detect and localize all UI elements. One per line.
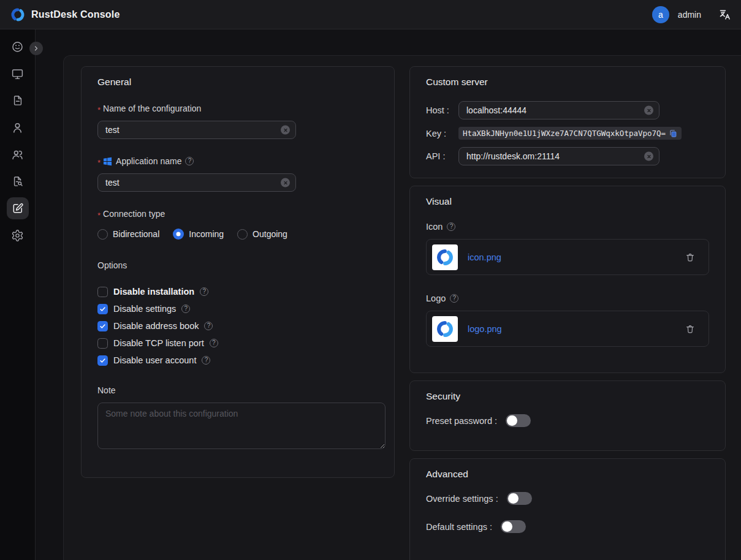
sidebar-item-custom-clients[interactable] bbox=[7, 197, 29, 219]
server-key-value: HtaXBkJNHyn0e1U1jWXze7A7CN7QTGWqxkOtpaVp… bbox=[458, 127, 682, 140]
config-name-label: * Name of the configuration bbox=[97, 104, 378, 113]
brand[interactable]: RustDesk Console bbox=[10, 7, 120, 23]
sidebar-item-devices[interactable] bbox=[7, 62, 29, 85]
help-icon[interactable]: ? bbox=[447, 222, 455, 231]
security-title: Security bbox=[426, 391, 709, 402]
radio-bidirectional[interactable]: Bidirectional bbox=[97, 229, 159, 240]
logo-thumbnail bbox=[432, 316, 458, 342]
file-text-icon bbox=[12, 94, 24, 107]
main-content-panel: General * Name of the configuration * bbox=[63, 55, 741, 560]
trash-icon[interactable] bbox=[685, 324, 695, 334]
radio-circle bbox=[237, 229, 248, 240]
help-icon[interactable]: ? bbox=[185, 157, 194, 165]
toggle-knob bbox=[502, 521, 512, 532]
default-settings-toggle[interactable] bbox=[501, 520, 526, 533]
help-icon[interactable]: ? bbox=[204, 322, 213, 330]
host-input[interactable] bbox=[458, 101, 659, 119]
option-disable-settings[interactable]: Disable settings ? bbox=[97, 302, 378, 316]
api-input[interactable] bbox=[458, 147, 659, 165]
override-settings-toggle[interactable] bbox=[507, 492, 532, 505]
sidebar-item-sessions[interactable] bbox=[7, 89, 29, 112]
user-icon bbox=[11, 121, 24, 134]
custom-server-card: Custom server Host : Key : HtaXBkJNHyn0e… bbox=[409, 66, 726, 178]
sidebar-item-groups[interactable] bbox=[7, 143, 29, 165]
radio-circle-selected bbox=[173, 229, 184, 240]
visual-title: Visual bbox=[426, 196, 709, 207]
rustdesk-console-app: RustDesk Console a admin bbox=[0, 0, 741, 560]
application-name-input[interactable] bbox=[97, 173, 296, 192]
connection-type-radio-group: Bidirectional Incoming Outgoing bbox=[97, 229, 378, 240]
clear-icon[interactable] bbox=[281, 178, 290, 187]
radio-incoming[interactable]: Incoming bbox=[173, 229, 224, 240]
sidebar-collapse-button[interactable] bbox=[29, 42, 43, 55]
override-settings-label: Override settings : bbox=[426, 494, 498, 504]
clear-icon[interactable] bbox=[644, 152, 653, 161]
checkbox-checked bbox=[97, 304, 108, 314]
copy-icon[interactable] bbox=[669, 129, 677, 138]
config-name-input[interactable] bbox=[97, 121, 296, 139]
smiley-icon bbox=[11, 40, 24, 53]
advanced-card: Advanced Override settings : Default set… bbox=[409, 458, 726, 560]
sidebar bbox=[0, 29, 36, 560]
file-search-icon bbox=[12, 175, 24, 187]
advanced-title: Advanced bbox=[426, 469, 709, 480]
sidebar-item-users[interactable] bbox=[7, 116, 29, 138]
sidebar-item-settings[interactable] bbox=[7, 224, 29, 246]
option-disable-tcp-listen-port[interactable]: Disable TCP listen port ? bbox=[97, 336, 378, 350]
options-label: Options bbox=[97, 260, 378, 270]
host-label: Host : bbox=[426, 105, 458, 115]
toggle-knob bbox=[508, 493, 519, 504]
note-textarea[interactable] bbox=[97, 403, 386, 449]
help-icon[interactable]: ? bbox=[181, 305, 190, 313]
language-icon[interactable] bbox=[718, 8, 731, 21]
avatar[interactable]: a bbox=[652, 6, 669, 23]
app-title: RustDesk Console bbox=[31, 9, 120, 20]
logo-label: Logo ? bbox=[426, 293, 709, 303]
checkbox-checked bbox=[97, 355, 108, 366]
clear-icon[interactable] bbox=[281, 126, 290, 135]
option-disable-address-book[interactable]: Disable address book ? bbox=[97, 319, 378, 333]
help-icon[interactable]: ? bbox=[210, 339, 218, 347]
visual-card: Visual Icon ? icon.png bbox=[409, 186, 726, 373]
preset-password-label: Preset password : bbox=[426, 416, 497, 426]
required-asterisk: * bbox=[97, 211, 101, 220]
option-disable-user-account[interactable]: Disable user account ? bbox=[97, 354, 378, 367]
default-settings-label: Default settings : bbox=[426, 522, 492, 532]
api-label: API : bbox=[426, 151, 458, 161]
username[interactable]: admin bbox=[678, 10, 701, 20]
icon-label: Icon ? bbox=[426, 222, 709, 232]
application-name-label: * Application name ? bbox=[97, 156, 378, 166]
checkbox-checked bbox=[97, 321, 108, 331]
help-icon[interactable]: ? bbox=[202, 356, 210, 365]
logo-file-link[interactable]: logo.png bbox=[468, 324, 502, 334]
checkbox-unchecked bbox=[97, 338, 108, 349]
icon-file-link[interactable]: icon.png bbox=[468, 252, 501, 262]
windows-icon bbox=[103, 157, 112, 166]
sidebar-item-welcome[interactable] bbox=[7, 36, 29, 58]
help-icon[interactable]: ? bbox=[200, 287, 208, 296]
trash-icon[interactable] bbox=[685, 252, 695, 262]
general-card: General * Name of the configuration * bbox=[81, 66, 395, 478]
key-label: Key : bbox=[426, 129, 458, 138]
users-icon bbox=[11, 148, 24, 161]
required-asterisk: * bbox=[97, 158, 101, 167]
security-card: Security Preset password : bbox=[409, 380, 726, 451]
note-label: Note bbox=[97, 385, 378, 395]
preset-password-toggle[interactable] bbox=[506, 414, 531, 427]
rustdesk-logo-icon bbox=[10, 7, 26, 23]
clear-icon[interactable] bbox=[644, 106, 653, 115]
checkbox-unchecked bbox=[97, 287, 108, 297]
logo-file-item: logo.png bbox=[426, 311, 709, 347]
radio-outgoing[interactable]: Outgoing bbox=[237, 229, 287, 240]
gear-icon bbox=[11, 229, 24, 242]
toggle-knob bbox=[507, 415, 517, 426]
option-disable-installation[interactable]: Disable installation ? bbox=[97, 285, 378, 298]
options-checklist: Disable installation ? Disable settings … bbox=[97, 285, 378, 367]
sidebar-item-audit[interactable] bbox=[7, 170, 29, 192]
custom-server-title: Custom server bbox=[426, 77, 709, 88]
icon-file-item: icon.png bbox=[426, 239, 709, 275]
monitor-icon bbox=[11, 67, 24, 80]
radio-circle bbox=[97, 229, 108, 240]
help-icon[interactable]: ? bbox=[450, 294, 458, 303]
edit-icon bbox=[12, 202, 24, 214]
